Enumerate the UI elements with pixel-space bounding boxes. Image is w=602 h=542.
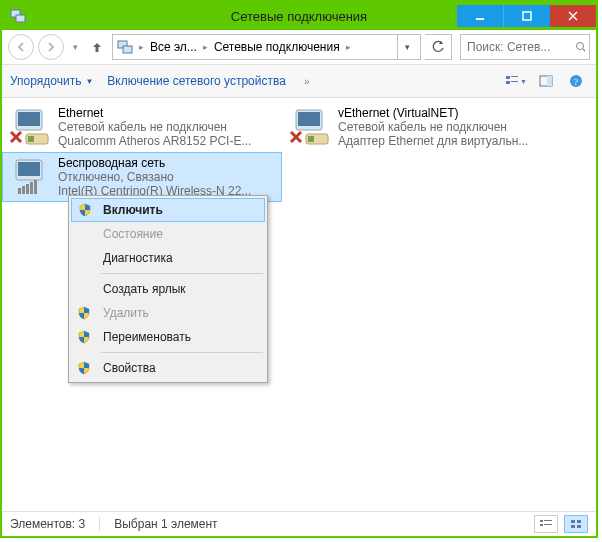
tiles-view-icon [570, 519, 582, 529]
close-icon [568, 11, 578, 21]
svg-rect-38 [544, 520, 552, 521]
enable-device-label: Включение сетевого устройства [107, 74, 286, 88]
wireless-adapter-icon [8, 156, 52, 196]
context-menu-item-label: Переименовать [103, 330, 191, 344]
context-menu-item-icon [75, 328, 93, 346]
connection-item[interactable]: Ethernet Сетевой кабель не подключен Qua… [2, 102, 282, 152]
svg-rect-33 [22, 186, 25, 194]
svg-rect-10 [506, 76, 510, 79]
content-area: Ethernet Сетевой кабель не подключен Qua… [2, 98, 596, 511]
connection-texts: Беспроводная сеть Отключено, Связано Int… [58, 156, 251, 198]
context-menu-item[interactable]: Создать ярлык [71, 277, 265, 301]
context-menu-item-label: Состояние [103, 227, 163, 241]
context-menu-separator [101, 352, 263, 353]
breadcrumb-item[interactable]: Сетевые подключения [214, 40, 340, 54]
chevron-right-icon[interactable]: ▸ [201, 42, 210, 52]
history-dropdown[interactable]: ▾ [68, 36, 82, 58]
titlebar[interactable]: Сетевые подключения [2, 2, 596, 30]
shield-icon [77, 306, 91, 320]
context-menu-item-icon [75, 304, 93, 322]
context-menu-separator [101, 273, 263, 274]
connection-icon [8, 106, 52, 146]
status-bar: Элементов: 3 Выбран 1 элемент [2, 511, 596, 536]
view-options-button[interactable]: ▼ [504, 69, 528, 93]
svg-rect-11 [511, 76, 518, 77]
help-button[interactable]: ? [564, 69, 588, 93]
refresh-button[interactable] [425, 34, 452, 60]
chevron-right-icon[interactable]: ▸ [137, 42, 146, 52]
details-view-icon [540, 519, 552, 529]
connection-device: Qualcomm Atheros AR8152 PCI-E... [58, 134, 251, 148]
svg-rect-36 [34, 180, 37, 194]
connection-status: Отключено, Связано [58, 170, 251, 184]
svg-rect-7 [123, 46, 132, 53]
svg-rect-3 [523, 12, 531, 20]
svg-rect-44 [577, 525, 581, 528]
organize-label: Упорядочить [10, 74, 81, 88]
connection-item[interactable]: vEthernet (VirtualNET) Сетевой кабель не… [282, 102, 562, 152]
maximize-button[interactable] [503, 5, 550, 27]
shield-icon [77, 361, 91, 375]
close-button[interactable] [550, 5, 596, 27]
address-dropdown[interactable]: ▾ [397, 35, 416, 59]
organize-menu[interactable]: Упорядочить ▼ [10, 74, 93, 88]
svg-rect-29 [308, 136, 314, 142]
connection-name: vEthernet (VirtualNET) [338, 106, 528, 120]
chevron-right-icon[interactable]: ▸ [344, 42, 353, 52]
tiles-view-button[interactable] [564, 515, 588, 533]
svg-rect-40 [544, 524, 552, 525]
connection-status: Сетевой кабель не подключен [58, 120, 251, 134]
context-menu-item-label: Включить [103, 203, 163, 217]
view-options-icon [505, 74, 519, 88]
ethernet-adapter-icon [288, 106, 332, 146]
status-view-toggle [534, 515, 588, 533]
context-menu-item[interactable]: Диагностика [71, 246, 265, 270]
svg-rect-42 [577, 520, 581, 523]
shield-icon [78, 203, 92, 217]
context-menu-item-icon [75, 359, 93, 377]
svg-rect-15 [547, 76, 552, 86]
window: Сетевые подключения ▾ [0, 0, 598, 538]
minimize-button[interactable] [457, 5, 503, 27]
arrow-right-icon [46, 42, 56, 52]
svg-rect-31 [18, 162, 40, 176]
network-connections-icon [10, 8, 26, 24]
context-menu-item[interactable]: Переименовать [71, 325, 265, 349]
enable-device-button[interactable]: Включение сетевого устройства [107, 74, 286, 88]
chevron-down-icon: ▼ [520, 78, 527, 85]
minimize-icon [475, 11, 485, 21]
context-menu-item[interactable]: Включить [71, 198, 265, 222]
connection-device: Адаптер Ethernet для виртуальн... [338, 134, 528, 148]
svg-rect-25 [298, 112, 320, 126]
address-bar[interactable]: ▸ Все эл... ▸ Сетевые подключения ▸ ▾ [112, 34, 421, 60]
chevron-down-icon: ▼ [85, 77, 93, 86]
svg-rect-12 [506, 81, 510, 84]
search-icon [575, 41, 585, 53]
search-input[interactable] [465, 39, 571, 55]
svg-text:?: ? [574, 77, 578, 87]
connection-texts: vEthernet (VirtualNET) Сетевой кабель не… [338, 106, 528, 148]
svg-rect-43 [571, 525, 575, 528]
refresh-icon [431, 40, 445, 54]
maximize-icon [522, 11, 532, 21]
back-button[interactable] [8, 34, 34, 60]
svg-rect-34 [26, 184, 29, 194]
context-menu-item[interactable]: Свойства [71, 356, 265, 380]
details-view-button[interactable] [534, 515, 558, 533]
overflow-chevron[interactable]: » [300, 76, 314, 87]
connection-name: Ethernet [58, 106, 251, 120]
status-selected-count: Выбран 1 элемент [114, 517, 217, 531]
connection-status: Сетевой кабель не подключен [338, 120, 528, 134]
preview-pane-button[interactable] [534, 69, 558, 93]
breadcrumb-item[interactable]: Все эл... [150, 40, 197, 54]
preview-pane-icon [539, 74, 553, 88]
svg-rect-23 [28, 136, 34, 142]
connection-texts: Ethernet Сетевой кабель не подключен Qua… [58, 106, 251, 148]
context-menu: ВключитьСостояниеДиагностикаСоздать ярлы… [68, 195, 268, 383]
context-menu-item: Удалить [71, 301, 265, 325]
up-button[interactable] [86, 36, 108, 58]
forward-button[interactable] [38, 34, 64, 60]
svg-rect-13 [511, 81, 518, 82]
search-box[interactable] [460, 34, 590, 60]
svg-rect-1 [16, 15, 25, 22]
